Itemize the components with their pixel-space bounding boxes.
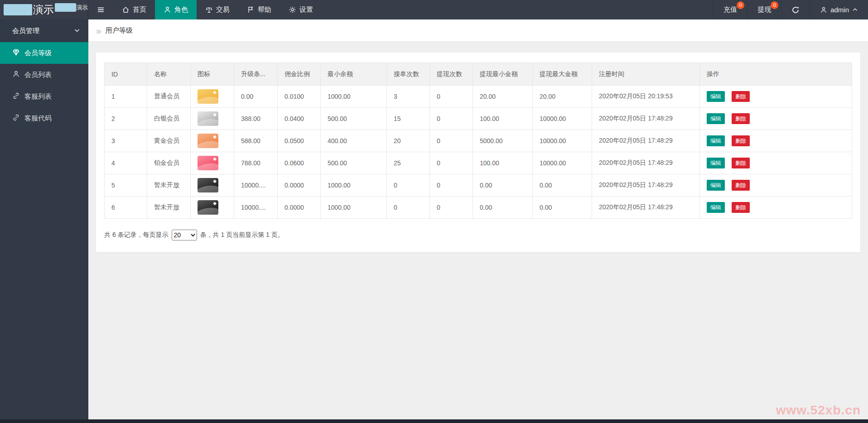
pagination: 共 6 条记录，每页显示 20 条，共 1 页当前显示第 1 页。 xyxy=(104,230,852,240)
cell-upgrade-condition: 10000.... xyxy=(234,174,278,197)
cell-commission-ratio: 0.0600 xyxy=(278,152,321,174)
sidebar: 会员管理 会员等级 会员列表 客服列表 xyxy=(0,19,88,423)
cell-withdraw-count: 0 xyxy=(430,174,473,197)
cell-name: 暂未开放 xyxy=(147,197,191,219)
user-icon xyxy=(164,6,171,14)
cell-min-balance: 1000.00 xyxy=(321,174,387,197)
table-row: 6 暂未开放 10000.... 0.0000 1000.00 0 0 0.00… xyxy=(105,197,852,219)
sidebar-item-label: 会员列表 xyxy=(24,71,52,79)
cell-withdraw-min: 100.00 xyxy=(473,152,533,174)
nav-item-trade[interactable]: 交易 xyxy=(197,0,238,19)
sidebar-item-label: 客服列表 xyxy=(24,92,52,101)
cell-icon xyxy=(191,152,234,174)
cell-withdraw-max: 20.00 xyxy=(533,86,592,108)
sidebar-item-service-code[interactable]: 客服代码 xyxy=(0,107,88,129)
edit-button[interactable]: 编辑 xyxy=(707,158,725,168)
cell-actions: 编辑 删除 xyxy=(700,108,852,130)
cell-id: 6 xyxy=(105,197,147,219)
column-header-6: 最小余额 xyxy=(321,63,387,86)
delete-button[interactable]: 删除 xyxy=(732,113,750,124)
cell-withdraw-count: 0 xyxy=(430,130,473,152)
cell-icon xyxy=(191,108,234,130)
cell-upgrade-condition: 10000.... xyxy=(234,197,278,219)
cell-commission-ratio: 0.0000 xyxy=(278,174,321,197)
cell-commission-ratio: 0.0000 xyxy=(278,197,321,219)
sidebar-item-member-list[interactable]: 会员列表 xyxy=(0,64,88,86)
cell-withdraw-min: 100.00 xyxy=(473,108,533,130)
cell-order-count: 3 xyxy=(387,86,430,108)
delete-button[interactable]: 删除 xyxy=(732,202,750,213)
cell-commission-ratio: 0.0100 xyxy=(278,86,321,108)
sidebar-group-member-management[interactable]: 会员管理 xyxy=(0,19,88,42)
sidebar-item-label: 客服代码 xyxy=(24,114,52,123)
nav-item-settings[interactable]: 设置 xyxy=(280,0,322,19)
table-header-row: ID名称图标升级条...佣金比例最小余额接单次数提现次数提现最小金额提现最大金额… xyxy=(105,63,852,86)
cell-actions: 编辑 删除 xyxy=(700,197,852,219)
edit-button[interactable]: 编辑 xyxy=(707,180,725,191)
cell-withdraw-max: 10000.00 xyxy=(533,152,592,174)
chevron-down-icon xyxy=(74,27,80,35)
hamburger-icon xyxy=(97,6,105,14)
link-icon xyxy=(12,114,20,123)
pagination-suffix: 条，共 1 页当前显示第 1 页。 xyxy=(200,231,284,239)
cell-upgrade-condition: 588.00 xyxy=(234,130,278,152)
nav-item-role[interactable]: 角色 xyxy=(155,0,197,19)
cell-order-count: 15 xyxy=(387,108,430,130)
column-header-7: 接单次数 xyxy=(387,63,430,86)
edit-button[interactable]: 编辑 xyxy=(707,91,725,102)
nav-item-help[interactable]: 帮助 xyxy=(238,0,280,19)
recharge-button[interactable]: 充值 0 xyxy=(713,0,747,19)
per-page-select[interactable]: 20 xyxy=(172,230,197,240)
sidebar-item-service-list[interactable]: 客服列表 xyxy=(0,86,88,107)
table-row: 4 铂金会员 788.00 0.0600 500.00 25 0 100.00 … xyxy=(105,152,852,174)
top-navbar: 演示 演示 首页 角色 xyxy=(0,0,868,19)
sidebar-toggle-button[interactable] xyxy=(88,0,113,19)
table-card: ID名称图标升级条...佣金比例最小余额接单次数提现次数提现最小金额提现最大金额… xyxy=(96,53,860,252)
delete-button[interactable]: 删除 xyxy=(732,158,750,168)
cell-withdraw-max: 0.00 xyxy=(533,174,592,197)
flag-icon xyxy=(247,6,255,14)
admin-app: 演示 演示 首页 角色 xyxy=(0,0,868,423)
navbar-right: 充值 0 提现 0 admin xyxy=(713,0,868,19)
cell-register-time: 2020年02月05日 17:48:29 xyxy=(592,130,700,152)
nav-item-home[interactable]: 首页 xyxy=(113,0,155,19)
delete-button[interactable]: 删除 xyxy=(732,91,750,102)
table-body: 1 普通会员 0.00 0.0100 1000.00 3 0 20.00 20.… xyxy=(105,86,852,219)
user-level-table: ID名称图标升级条...佣金比例最小余额接单次数提现次数提现最小金额提现最大金额… xyxy=(104,62,852,219)
withdraw-button[interactable]: 提现 0 xyxy=(747,0,781,19)
edit-button[interactable]: 编辑 xyxy=(707,113,725,124)
cell-upgrade-condition: 388.00 xyxy=(234,108,278,130)
breadcrumb-chevrons-icon: » xyxy=(96,26,101,35)
edit-button[interactable]: 编辑 xyxy=(707,135,725,146)
cell-upgrade-condition: 0.00 xyxy=(234,86,278,108)
sidebar-item-member-levels[interactable]: 会员等级 xyxy=(0,42,88,64)
table-row: 3 黄金会员 588.00 0.0500 400.00 20 0 5000.00… xyxy=(105,130,852,152)
level-card-icon xyxy=(198,178,218,192)
cell-min-balance: 1000.00 xyxy=(321,197,387,219)
cell-withdraw-count: 0 xyxy=(430,86,473,108)
user-icon xyxy=(820,6,827,14)
breadcrumb: » 用户等级 xyxy=(88,19,868,42)
bottom-edge-bar xyxy=(0,419,868,423)
cell-actions: 编辑 删除 xyxy=(700,174,852,197)
delete-button[interactable]: 删除 xyxy=(732,180,750,191)
refresh-button[interactable] xyxy=(781,0,810,19)
level-card-icon xyxy=(198,200,218,215)
cell-icon xyxy=(191,130,234,152)
edit-button[interactable]: 编辑 xyxy=(707,202,725,213)
cell-name: 黄金会员 xyxy=(147,130,191,152)
cell-withdraw-min: 0.00 xyxy=(473,174,533,197)
logo[interactable]: 演示 演示 xyxy=(0,0,88,19)
user-icon xyxy=(12,70,20,79)
cell-withdraw-max: 10000.00 xyxy=(533,108,592,130)
navbar-menu: 首页 角色 交易 帮助 xyxy=(88,0,322,19)
delete-button[interactable]: 删除 xyxy=(732,135,750,146)
nav-item-label: 首页 xyxy=(133,5,146,14)
level-card-icon xyxy=(198,111,218,126)
user-menu[interactable]: admin xyxy=(810,0,868,19)
recharge-label: 充值 xyxy=(723,5,737,14)
cell-id: 2 xyxy=(105,108,147,130)
cell-register-time: 2020年02月05日 17:48:29 xyxy=(592,108,700,130)
column-header-8: 提现次数 xyxy=(430,63,473,86)
logo-title-large: 演示 xyxy=(33,3,54,17)
